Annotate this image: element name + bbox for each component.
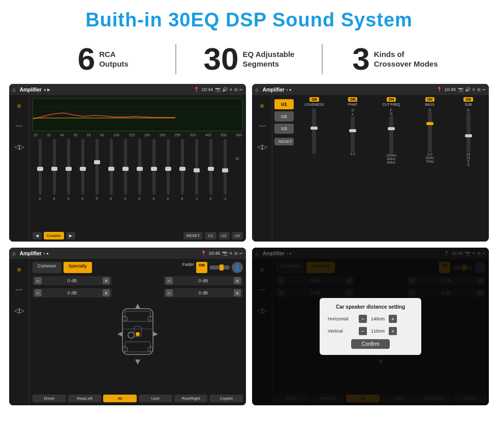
screen-fader: ⌂ Amplifier ▪ ● 📍 10:46 📷 ✕ ⊟ ↩ ≡ 〰 ◁▷ — [9, 248, 246, 405]
main-title: Buith-in 30EQ DSP Sound System — [0, 0, 498, 36]
stat-number-30: 30 — [204, 43, 239, 75]
ch-phat-slider[interactable] — [351, 116, 355, 152]
nav-wave-icon-2[interactable]: 〰 — [256, 120, 269, 133]
eq-custom-btn[interactable]: Custom — [44, 232, 64, 240]
app-name-2: Amplifier — [263, 87, 285, 93]
svg-rect-4 — [125, 311, 150, 321]
dialog-vertical-value: 110cm — [369, 328, 387, 334]
stat-rca: 6 RCAOutputs — [30, 43, 175, 75]
dialog-vertical-row: Vertical − 110cm + — [328, 327, 413, 335]
dialog-vertical-label: Vertical — [328, 328, 356, 334]
crossover-reset-btn[interactable]: RESET — [274, 138, 294, 145]
svg-marker-10 — [135, 360, 140, 365]
screen-eq: ⌂ Amplifier ● ▶ 📍 10:44 📷 🔊 ✕ ⊟ ↩ ≡ 〰 ◁▷ — [9, 84, 246, 242]
tab-specialty[interactable]: Specialty — [64, 262, 92, 273]
side-nav-3: ≡ 〰 ◁▷ — [9, 259, 29, 405]
db-plus-2[interactable]: + — [103, 289, 110, 296]
screen-content-1: ≡ 〰 ◁▷ — [9, 95, 246, 242]
dialog-vertical-plus[interactable]: + — [389, 327, 397, 335]
stat-text-rca: RCAOutputs — [99, 49, 129, 69]
nav-vol-icon[interactable]: ◁▷ — [13, 140, 26, 153]
footer-rearright[interactable]: RearRight — [174, 395, 208, 402]
db-minus-3[interactable]: − — [166, 277, 173, 284]
screen-fader-dialog: ⌂ Amplifier ▪ ● 📍 10:46 📷 ✕ ⊟ ↩ ≡ 〰 ◁▷ C — [252, 248, 489, 405]
db-control-4: − 0 dB + — [164, 288, 243, 297]
car-diagram-svg — [115, 298, 161, 370]
status-bar-1: ⌂ Amplifier ● ▶ 📍 10:44 📷 🔊 ✕ ⊟ ↩ — [9, 84, 246, 95]
crossover-content-area: U1 U2 U3 RESET ON LOUDNESS — [272, 95, 489, 242]
fader-footer: Driver RearLeft All User RearRight Copil… — [33, 395, 243, 402]
nav-vol-icon-3[interactable]: ◁▷ — [13, 304, 26, 317]
screen-content-2: ≡ 〰 ◁▷ U1 U2 U3 RESET — [252, 95, 489, 242]
footer-copilot[interactable]: Copilot — [209, 395, 243, 402]
ch-loudness-label: LOUDNESS — [304, 103, 324, 106]
eq-u2-btn[interactable]: U2 — [219, 232, 230, 240]
side-nav-1: ≡ 〰 ◁▷ — [9, 95, 29, 242]
u2-btn[interactable]: U2 — [274, 111, 294, 122]
time-1: 10:44 — [201, 87, 213, 92]
db-plus-3[interactable]: + — [234, 277, 241, 284]
db-minus-4[interactable]: − — [166, 289, 173, 296]
eq-reset-btn[interactable]: RESET — [183, 232, 203, 240]
u1-btn[interactable]: U1 — [274, 99, 294, 109]
db-minus-1[interactable]: − — [35, 277, 42, 284]
dialog-horizontal-plus[interactable]: + — [389, 315, 397, 323]
stat-text-eq: EQ AdjustableSegments — [242, 49, 294, 69]
home-icon-1[interactable]: ⌂ — [12, 86, 16, 93]
fader-right-controls: − 0 dB + − 0 dB + — [164, 276, 243, 392]
fader-on-badge[interactable]: ON — [196, 262, 207, 273]
eq-graph — [33, 98, 243, 131]
nav-vol-icon-2[interactable]: ◁▷ — [256, 140, 269, 153]
footer-all[interactable]: All — [103, 395, 137, 402]
ch-sub-slider[interactable] — [466, 112, 471, 153]
db-plus-1[interactable]: + — [103, 277, 110, 284]
nav-wave-icon[interactable]: 〰 — [13, 120, 26, 133]
u3-btn[interactable]: U3 — [274, 124, 294, 134]
svg-marker-12 — [153, 332, 158, 337]
footer-driver[interactable]: Driver — [33, 395, 66, 402]
slider-col-1: 0 — [34, 139, 46, 200]
u-buttons-col: U1 U2 U3 RESET — [274, 97, 294, 240]
ch-bass-slider[interactable] — [428, 112, 432, 153]
ch-sub-on: ON — [463, 97, 473, 102]
crossover-channels: ON LOUDNESS ~ ON PHAT G — [296, 97, 487, 240]
slider-col-6: 0 — [105, 139, 117, 200]
nav-eq-icon[interactable]: ≡ — [13, 99, 26, 112]
tab-common[interactable]: Common — [33, 262, 61, 273]
location-icon-2: 📍 — [437, 87, 442, 92]
slider-col-10: 0 — [162, 139, 174, 200]
crossover-inner: U1 U2 U3 RESET ON LOUDNESS — [274, 97, 487, 240]
db-minus-2[interactable]: − — [35, 289, 42, 296]
nav-eq-icon-3[interactable]: ≡ — [13, 263, 26, 276]
dialog-title: Car speaker distance setting — [328, 304, 413, 310]
ch-cutfreq-label: CUT FREQ — [382, 103, 400, 106]
app-name-3: Amplifier — [20, 251, 42, 256]
home-icon-2[interactable]: ⌂ — [255, 86, 259, 93]
dialog-vertical-minus[interactable]: − — [359, 327, 367, 335]
ch-cutfreq-slider-f[interactable] — [389, 115, 393, 154]
status-icons-3: 📷 ✕ ⊟ ↩ — [222, 251, 243, 256]
slider-col-5: 5 — [90, 139, 103, 200]
footer-rearleft[interactable]: RearLeft — [68, 395, 102, 402]
fader-user-icon[interactable]: 👤 — [232, 262, 243, 273]
nav-wave-icon-3[interactable]: 〰 — [13, 283, 26, 296]
status-bar-3: ⌂ Amplifier ▪ ● 📍 10:46 📷 ✕ ⊟ ↩ — [9, 248, 246, 259]
ch-loudness-slider[interactable] — [312, 108, 316, 154]
dialog-confirm-button[interactable]: Confirm — [351, 339, 389, 349]
fader-label: Fader — [182, 262, 194, 273]
home-icon-3[interactable]: ⌂ — [12, 250, 16, 256]
db-plus-4[interactable]: + — [234, 289, 241, 296]
slider-col-14: -1 — [219, 139, 231, 200]
dialog-horizontal-value: 140cm — [369, 316, 387, 321]
slider-col-3: 0 — [62, 139, 75, 200]
footer-user[interactable]: User — [139, 395, 172, 402]
eq-u1-btn[interactable]: U1 — [205, 232, 216, 240]
eq-prev-btn[interactable]: ◀ — [33, 232, 42, 240]
eq-u3-btn[interactable]: U3 — [232, 232, 243, 240]
eq-chevron-right[interactable]: » — [233, 139, 242, 162]
ch-bass-on: ON — [425, 97, 435, 102]
stat-number-6: 6 — [78, 43, 95, 75]
dialog-horizontal-minus[interactable]: − — [359, 315, 367, 323]
nav-eq-icon-2[interactable]: ≡ — [256, 99, 269, 112]
eq-play-btn[interactable]: ▶ — [66, 232, 75, 240]
